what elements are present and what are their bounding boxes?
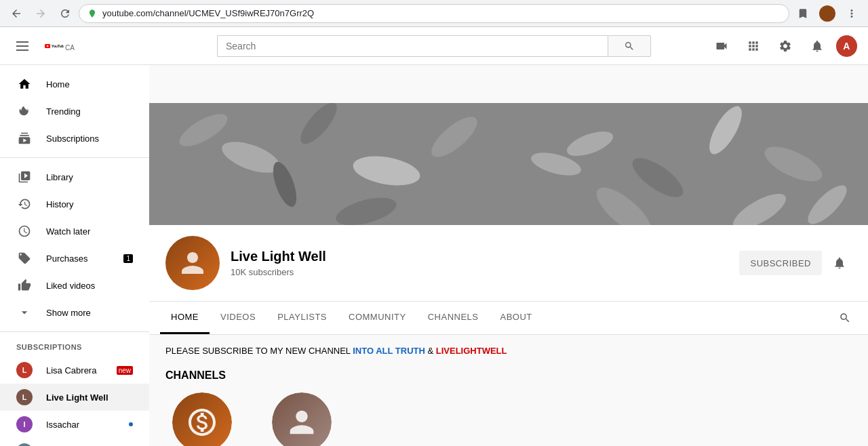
search-button[interactable] [608,35,651,57]
youtube-logo[interactable]: YouTube CA [45,39,75,53]
sub-label-issachar: Issachar [46,420,115,430]
account-button[interactable] [816,3,838,24]
sub-new-badge: new [117,366,133,375]
channel-info-bar: Live Light Well 10K subscribers SUBSCRIB… [149,225,868,302]
channels-grid: INTO ALL TRUTH 1.95K subscribers SUBSCRI… [165,392,852,446]
subscribed-button[interactable]: SUBSCRIBED [739,251,822,275]
tab-home[interactable]: HOME [160,302,210,334]
channel-tabs: HOME VIDEOS PLAYLISTS COMMUNITY CHANNELS… [149,302,868,335]
sidebar-item-liked[interactable]: Liked videos [0,272,149,299]
sidebar-sub-live-light-well[interactable]: L Live Light Well [0,384,149,411]
sidebar-item-purchases[interactable]: Purchases 1 [0,245,149,272]
channel-avatar [165,236,220,290]
user-avatar[interactable]: A [836,35,857,57]
sidebar-item-history[interactable]: History [0,190,149,218]
sidebar-item-trending[interactable]: Trending [0,98,149,125]
apps-grid-icon[interactable] [740,33,766,60]
sidebar-purchases-label: Purchases [46,254,110,264]
channel-content: PLEASE SUBSCRIBE TO MY NEW CHANNEL INTO … [149,335,868,446]
subscriptions-section-title: SUBSCRIPTIONS [0,338,149,357]
sidebar-trending-label: Trending [46,106,133,117]
banner-prefix: PLEASE SUBSCRIBE TO MY NEW CHANNEL [165,346,353,356]
banner-middle: & [425,346,436,356]
hamburger-menu[interactable] [11,36,34,56]
trending-icon [16,103,33,119]
show-more-icon [16,304,33,321]
forward-button[interactable] [30,3,52,24]
notification-bell-button[interactable] [827,251,852,275]
banner-link1[interactable]: INTO ALL TRUTH [353,346,425,356]
refresh-button[interactable] [54,3,76,24]
sub-avatar-llw: L [16,389,33,405]
subscribe-banner: PLEASE SUBSCRIBE TO MY NEW CHANNEL INTO … [165,346,852,356]
back-button[interactable] [5,3,27,24]
channel-subscribers: 10K subscribers [231,267,728,277]
channel-search-button[interactable] [833,306,857,330]
sidebar-item-home[interactable]: Home [0,70,149,98]
sidebar-library-label: Library [46,172,133,182]
channel-card-avatar-0 [172,392,232,446]
channel-card-1[interactable]: livelightwell 6 subscribers SUBSCRIBE [265,392,338,446]
sub-avatar-truth: T [16,443,33,446]
sidebar-sub-issachar[interactable]: I Issachar [0,411,149,438]
tab-videos[interactable]: VIDEOS [210,302,267,334]
search-input[interactable] [217,35,608,57]
channel-name: Live Light Well [231,249,728,264]
sidebar-subs-label: Subscriptions [46,134,133,144]
sidebar-item-watch-later[interactable]: Watch later [0,218,149,245]
url-bar[interactable]: youtube.com/channel/UCMEV_USf9iwREJ70n7G… [102,8,314,18]
banner-link2[interactable]: LIVELIGHTWELL [436,346,507,356]
sidebar-sub-lisa[interactable]: L Lisa Cabrera new [0,357,149,384]
channel-card-avatar-1 [272,392,332,446]
settings-icon[interactable] [772,33,798,60]
sidebar-history-label: History [46,199,133,209]
channels-section-title: CHANNELS [165,369,852,382]
channel-details: Live Light Well 10K subscribers [231,249,728,277]
subscriptions-icon [16,130,33,146]
channel-banner [149,103,868,225]
notifications-icon[interactable] [804,33,831,60]
sidebar-item-show-more[interactable]: Show more [0,299,149,326]
tab-community[interactable]: COMMUNITY [338,302,417,334]
sub-label-llw: Live Light Well [46,392,133,403]
sidebar-watch-later-label: Watch later [46,226,133,237]
sub-avatar-issachar: I [16,416,33,432]
sidebar-show-more-label: Show more [46,308,133,318]
sidebar-sub-truthunveil[interactable]: T TruthUnveil... [0,438,149,446]
menu-button[interactable] [841,3,863,24]
purchases-badge: 1 [123,254,133,263]
sub-dot-issachar [129,422,133,426]
history-icon [16,196,33,212]
liked-icon [16,277,33,293]
video-camera-icon[interactable] [708,33,734,60]
purchases-icon [16,250,33,266]
sub-avatar-lisa: L [16,362,33,378]
logo-country: CA [65,44,75,52]
library-icon [16,169,33,185]
bookmark-button[interactable] [792,3,814,24]
svg-text:YouTube: YouTube [52,44,64,47]
tab-about[interactable]: ABOUT [490,302,543,334]
sub-label-lisa: Lisa Cabrera [46,365,103,376]
home-icon [16,76,33,92]
tab-playlists[interactable]: PLAYLISTS [267,302,338,334]
sidebar-liked-label: Liked videos [46,281,133,291]
watch-later-icon [16,223,33,239]
channel-card-0[interactable]: INTO ALL TRUTH 1.95K subscribers SUBSCRI… [165,392,238,446]
sidebar-item-library[interactable]: Library [0,163,149,190]
sidebar-item-subscriptions[interactable]: Subscriptions [0,125,149,152]
sidebar-home-label: Home [46,79,133,89]
tab-channels[interactable]: CHANNELS [417,302,490,334]
